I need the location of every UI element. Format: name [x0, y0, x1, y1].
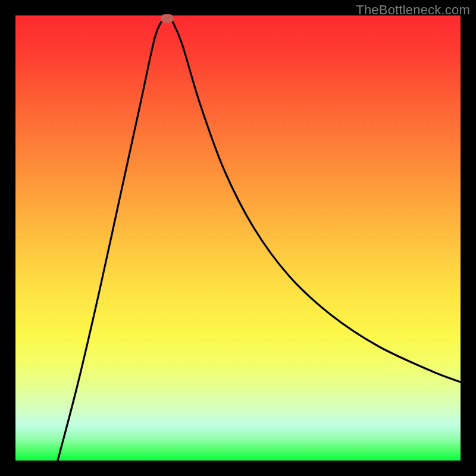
bottleneck-curve — [15, 15, 461, 461]
chart-area — [15, 15, 461, 461]
watermark-text: TheBottleneck.com — [356, 2, 470, 18]
optimal-marker — [161, 14, 174, 23]
